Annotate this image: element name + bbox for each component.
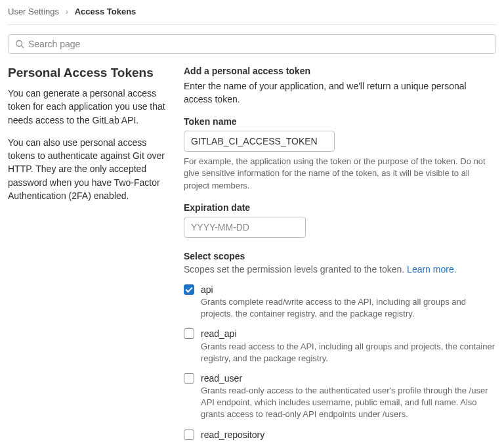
expiration-input-wrapper[interactable] <box>184 217 306 238</box>
scope-item-read_repository: read_repositoryGrants read-only access t… <box>184 429 496 442</box>
token-name-help: For example, the application using the t… <box>184 156 496 192</box>
scope-checkbox-read_user[interactable] <box>184 373 194 384</box>
form-intro: Enter the name of your application, and … <box>184 80 496 106</box>
token-name-label: Token name <box>184 116 496 127</box>
token-name-input[interactable] <box>184 131 335 152</box>
scope-item-api: apiGrants complete read/write access to … <box>184 284 496 320</box>
breadcrumb-parent[interactable]: User Settings <box>8 7 59 16</box>
chevron-right-icon: › <box>66 7 68 16</box>
scope-body: read_repositoryGrants read-only access t… <box>201 429 496 442</box>
svg-line-1 <box>22 46 24 49</box>
breadcrumb-current: Access Tokens <box>75 7 136 16</box>
token-form: Add a personal access token Enter the na… <box>184 66 496 442</box>
scope-checkbox-read_api[interactable] <box>184 328 194 339</box>
scopes-heading: Select scopes <box>184 251 496 261</box>
expiration-label: Expiration date <box>184 202 496 213</box>
scope-body: apiGrants complete read/write access to … <box>201 284 496 320</box>
scope-name: api <box>201 284 496 296</box>
search-icon <box>15 39 24 49</box>
scope-name: read_repository <box>201 429 496 441</box>
breadcrumb: User Settings › Access Tokens <box>8 7 496 16</box>
scope-body: read_apiGrants read access to the API, i… <box>201 328 496 365</box>
info-para-2: You can also use personal access tokens … <box>8 136 168 202</box>
info-para-1: You can generate a personal access token… <box>8 87 168 127</box>
form-heading: Add a personal access token <box>184 66 496 76</box>
expiration-input[interactable] <box>191 217 306 237</box>
scope-desc: Grants read-only access to the authentic… <box>201 385 496 421</box>
learn-more-link[interactable]: Learn more. <box>407 264 456 275</box>
scope-checkbox-api[interactable] <box>184 284 194 295</box>
scope-item-read_api: read_apiGrants read access to the API, i… <box>184 328 496 365</box>
scopes-intro: Scopes set the permission levels granted… <box>184 264 496 275</box>
scope-body: read_userGrants read-only access to the … <box>201 372 496 421</box>
page-title: Personal Access Tokens <box>8 66 168 80</box>
scope-name: read_user <box>201 372 496 384</box>
divider <box>8 24 496 25</box>
scope-desc: Grants complete read/write access to the… <box>201 296 496 320</box>
scope-checkbox-read_repository[interactable] <box>184 430 194 440</box>
search-input-wrapper[interactable] <box>8 34 496 54</box>
scopes-list: apiGrants complete read/write access to … <box>184 284 496 442</box>
sidebar-info: Personal Access Tokens You can generate … <box>8 66 168 442</box>
scope-item-read_user: read_userGrants read-only access to the … <box>184 372 496 421</box>
scopes-intro-text: Scopes set the permission levels granted… <box>184 264 407 275</box>
search-input[interactable] <box>28 39 489 49</box>
svg-point-0 <box>16 41 22 47</box>
scope-desc: Grants read access to the API, including… <box>201 341 496 365</box>
scope-name: read_api <box>201 328 496 340</box>
